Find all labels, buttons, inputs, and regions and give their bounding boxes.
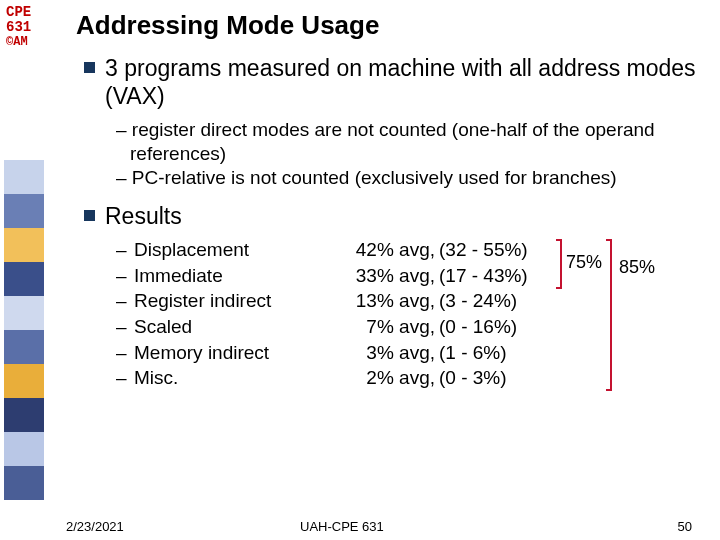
decorative-stripe xyxy=(4,160,44,500)
course-line1: CPE xyxy=(6,4,31,20)
result-row: – Register indirect 13% avg, (3 - 24%) xyxy=(116,288,706,314)
footer-center: UAH-CPE 631 xyxy=(300,519,384,534)
mode-avg: 3% avg, xyxy=(339,340,439,366)
mode-avg: 2% avg, xyxy=(339,365,439,391)
slide-content: Addressing Mode Usage 3 programs measure… xyxy=(76,10,706,391)
sub-item: – PC-relative is not counted (exclusivel… xyxy=(116,166,706,190)
dash-icon: – xyxy=(116,340,134,366)
bullet-main-2: Results xyxy=(84,203,706,231)
mode-name: Immediate xyxy=(134,263,339,289)
sidebar: CPE 631 ©AM xyxy=(0,0,48,540)
mode-avg: 42% avg, xyxy=(339,237,439,263)
mode-range: (32 - 55%) xyxy=(439,237,549,263)
mode-name: Scaled xyxy=(134,314,339,340)
dash-icon: – xyxy=(116,263,134,289)
bullet-text: 3 programs measured on machine with all … xyxy=(105,55,706,110)
mode-name: Displacement xyxy=(134,237,339,263)
result-row: – Scaled 7% avg, (0 - 16%) xyxy=(116,314,706,340)
sub-item-text: PC-relative is not counted (exclusively … xyxy=(132,167,617,188)
sub-list-1: – register direct modes are not counted … xyxy=(116,118,706,189)
result-row: – Immediate 33% avg, (17 - 43%) xyxy=(116,263,706,289)
mode-range: (3 - 24%) xyxy=(439,288,549,314)
square-bullet-icon xyxy=(84,62,95,73)
results-table: – Displacement 42% avg, (32 - 55%) – Imm… xyxy=(116,237,706,391)
dash-icon: – xyxy=(116,237,134,263)
mode-avg: 7% avg, xyxy=(339,314,439,340)
slide-title: Addressing Mode Usage xyxy=(76,10,706,41)
mode-range: (0 - 16%) xyxy=(439,314,549,340)
mode-range: (17 - 43%) xyxy=(439,263,549,289)
pct-85-label: 85% xyxy=(619,257,655,278)
result-row: – Misc. 2% avg, (0 - 3%) xyxy=(116,365,706,391)
footer-page: 50 xyxy=(678,519,692,534)
mode-range: (0 - 3%) xyxy=(439,365,549,391)
bracket-75-icon xyxy=(556,239,562,289)
course-line2: 631 xyxy=(6,19,31,35)
pct-75-label: 75% xyxy=(566,252,602,273)
dash-icon: – xyxy=(116,365,134,391)
bracket-85-icon xyxy=(606,239,612,391)
course-line3: ©AM xyxy=(6,35,28,49)
mode-avg: 33% avg, xyxy=(339,263,439,289)
mode-name: Misc. xyxy=(134,365,339,391)
square-bullet-icon xyxy=(84,210,95,221)
dash-icon: – xyxy=(116,314,134,340)
bullet-text: Results xyxy=(105,203,182,231)
course-code: CPE 631 ©AM xyxy=(6,5,31,49)
footer-date: 2/23/2021 xyxy=(66,519,124,534)
dash-icon: – xyxy=(116,288,134,314)
mode-avg: 13% avg, xyxy=(339,288,439,314)
bullet-main-1: 3 programs measured on machine with all … xyxy=(84,55,706,110)
mode-name: Memory indirect xyxy=(134,340,339,366)
mode-range: (1 - 6%) xyxy=(439,340,549,366)
result-row: – Memory indirect 3% avg, (1 - 6%) xyxy=(116,340,706,366)
mode-name: Register indirect xyxy=(134,288,339,314)
sub-item-text: register direct modes are not counted (o… xyxy=(130,119,655,164)
sub-item: – register direct modes are not counted … xyxy=(116,118,706,166)
result-row: – Displacement 42% avg, (32 - 55%) xyxy=(116,237,706,263)
